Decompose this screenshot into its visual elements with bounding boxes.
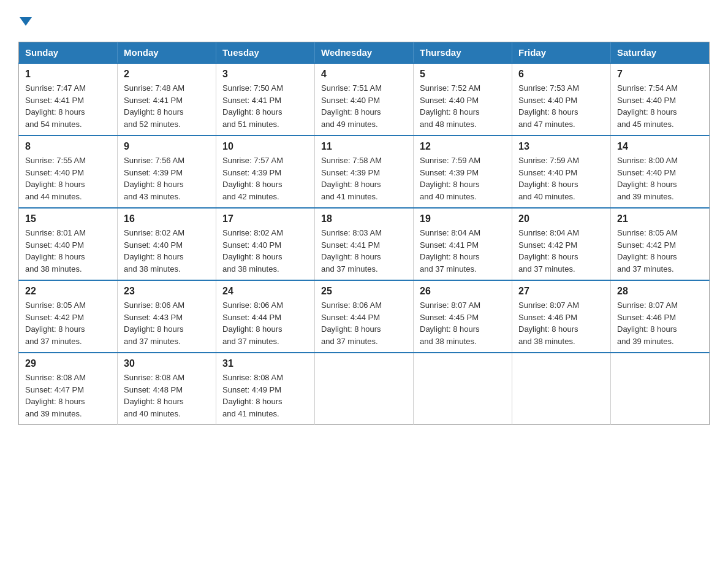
- day-number: 2: [124, 69, 210, 80]
- calendar-cell: 14 Sunrise: 8:00 AMSunset: 4:40 PMDaylig…: [611, 136, 710, 208]
- day-number: 27: [518, 286, 604, 297]
- weekday-header-saturday: Saturday: [611, 42, 710, 64]
- calendar-week-row: 15 Sunrise: 8:01 AMSunset: 4:40 PMDaylig…: [19, 208, 710, 280]
- day-info: Sunrise: 8:05 AMSunset: 4:42 PMDaylight:…: [25, 299, 111, 347]
- day-info: Sunrise: 8:02 AMSunset: 4:40 PMDaylight:…: [222, 227, 308, 275]
- day-info: Sunrise: 8:06 AMSunset: 4:44 PMDaylight:…: [321, 299, 407, 347]
- day-number: 11: [321, 141, 407, 152]
- calendar-cell: 28 Sunrise: 8:07 AMSunset: 4:46 PMDaylig…: [611, 280, 710, 353]
- calendar-cell: 31 Sunrise: 8:08 AMSunset: 4:49 PMDaylig…: [216, 353, 315, 425]
- day-number: 6: [518, 69, 604, 80]
- logo-triangle-icon: [20, 17, 32, 26]
- day-number: 7: [617, 69, 703, 80]
- day-number: 10: [222, 141, 308, 152]
- day-info: Sunrise: 8:02 AMSunset: 4:40 PMDaylight:…: [124, 227, 210, 275]
- calendar-cell: [611, 353, 710, 425]
- day-number: 19: [420, 213, 506, 224]
- calendar-cell: 7 Sunrise: 7:54 AMSunset: 4:40 PMDayligh…: [611, 63, 710, 136]
- calendar-cell: 24 Sunrise: 8:06 AMSunset: 4:44 PMDaylig…: [216, 280, 315, 353]
- calendar-cell: 18 Sunrise: 8:03 AMSunset: 4:41 PMDaylig…: [315, 208, 414, 280]
- calendar-cell: 8 Sunrise: 7:55 AMSunset: 4:40 PMDayligh…: [19, 136, 118, 208]
- day-info: Sunrise: 7:47 AMSunset: 4:41 PMDaylight:…: [25, 82, 111, 130]
- calendar-cell: 22 Sunrise: 8:05 AMSunset: 4:42 PMDaylig…: [19, 280, 118, 353]
- day-number: 17: [222, 213, 308, 224]
- calendar-cell: 20 Sunrise: 8:04 AMSunset: 4:42 PMDaylig…: [512, 208, 611, 280]
- day-info: Sunrise: 8:05 AMSunset: 4:42 PMDaylight:…: [617, 227, 703, 275]
- day-number: 13: [518, 141, 604, 152]
- weekday-header-thursday: Thursday: [414, 42, 512, 64]
- calendar-cell: [512, 353, 611, 425]
- weekday-header-row: SundayMondayTuesdayWednesdayThursdayFrid…: [19, 42, 710, 64]
- calendar-cell: 21 Sunrise: 8:05 AMSunset: 4:42 PMDaylig…: [611, 208, 710, 280]
- day-number: 28: [617, 286, 703, 297]
- calendar-cell: 11 Sunrise: 7:58 AMSunset: 4:39 PMDaylig…: [315, 136, 414, 208]
- day-info: Sunrise: 8:04 AMSunset: 4:42 PMDaylight:…: [518, 227, 604, 275]
- day-number: 4: [321, 69, 407, 80]
- day-info: Sunrise: 7:58 AMSunset: 4:39 PMDaylight:…: [321, 155, 407, 202]
- calendar-cell: 5 Sunrise: 7:52 AMSunset: 4:40 PMDayligh…: [414, 63, 512, 136]
- day-number: 5: [420, 69, 506, 80]
- day-number: 16: [124, 213, 210, 224]
- day-info: Sunrise: 8:06 AMSunset: 4:44 PMDaylight:…: [222, 299, 308, 347]
- day-info: Sunrise: 8:03 AMSunset: 4:41 PMDaylight:…: [321, 227, 407, 275]
- day-number: 30: [124, 358, 210, 369]
- day-info: Sunrise: 8:04 AMSunset: 4:41 PMDaylight:…: [420, 227, 506, 275]
- day-number: 25: [321, 286, 407, 297]
- day-info: Sunrise: 8:08 AMSunset: 4:48 PMDaylight:…: [124, 372, 210, 419]
- day-number: 1: [25, 69, 111, 80]
- calendar-cell: 19 Sunrise: 8:04 AMSunset: 4:41 PMDaylig…: [414, 208, 512, 280]
- weekday-header-sunday: Sunday: [19, 42, 118, 64]
- day-number: 31: [222, 358, 308, 369]
- weekday-header-wednesday: Wednesday: [315, 42, 414, 64]
- calendar-cell: 3 Sunrise: 7:50 AMSunset: 4:41 PMDayligh…: [216, 63, 315, 136]
- day-number: 21: [617, 213, 703, 224]
- day-number: 9: [124, 141, 210, 152]
- day-number: 24: [222, 286, 308, 297]
- calendar-cell: 12 Sunrise: 7:59 AMSunset: 4:39 PMDaylig…: [414, 136, 512, 208]
- calendar-week-row: 22 Sunrise: 8:05 AMSunset: 4:42 PMDaylig…: [19, 280, 710, 353]
- day-number: 20: [518, 213, 604, 224]
- day-info: Sunrise: 7:53 AMSunset: 4:40 PMDaylight:…: [518, 82, 604, 130]
- day-info: Sunrise: 7:51 AMSunset: 4:40 PMDaylight:…: [321, 82, 407, 130]
- day-info: Sunrise: 8:07 AMSunset: 4:45 PMDaylight:…: [420, 299, 506, 347]
- calendar-cell: 17 Sunrise: 8:02 AMSunset: 4:40 PMDaylig…: [216, 208, 315, 280]
- calendar-cell: [414, 353, 512, 425]
- weekday-header-friday: Friday: [512, 42, 611, 64]
- day-info: Sunrise: 7:54 AMSunset: 4:40 PMDaylight:…: [617, 82, 703, 130]
- day-number: 8: [25, 141, 111, 152]
- calendar-cell: 30 Sunrise: 8:08 AMSunset: 4:48 PMDaylig…: [118, 353, 216, 425]
- day-number: 15: [25, 213, 111, 224]
- calendar-cell: 27 Sunrise: 8:07 AMSunset: 4:46 PMDaylig…: [512, 280, 611, 353]
- day-number: 14: [617, 141, 703, 152]
- day-info: Sunrise: 7:50 AMSunset: 4:41 PMDaylight:…: [222, 82, 308, 130]
- calendar-week-row: 1 Sunrise: 7:47 AMSunset: 4:41 PMDayligh…: [19, 63, 710, 136]
- logo: [18, 12, 32, 29]
- page-header: [18, 12, 710, 29]
- day-info: Sunrise: 7:56 AMSunset: 4:39 PMDaylight:…: [124, 155, 210, 202]
- calendar-cell: 10 Sunrise: 7:57 AMSunset: 4:39 PMDaylig…: [216, 136, 315, 208]
- day-number: 3: [222, 69, 308, 80]
- calendar-cell: 6 Sunrise: 7:53 AMSunset: 4:40 PMDayligh…: [512, 63, 611, 136]
- day-number: 23: [124, 286, 210, 297]
- calendar-cell: 26 Sunrise: 8:07 AMSunset: 4:45 PMDaylig…: [414, 280, 512, 353]
- day-number: 26: [420, 286, 506, 297]
- weekday-header-tuesday: Tuesday: [216, 42, 315, 64]
- day-info: Sunrise: 7:48 AMSunset: 4:41 PMDaylight:…: [124, 82, 210, 130]
- day-number: 12: [420, 141, 506, 152]
- calendar-cell: 15 Sunrise: 8:01 AMSunset: 4:40 PMDaylig…: [19, 208, 118, 280]
- day-info: Sunrise: 7:52 AMSunset: 4:40 PMDaylight:…: [420, 82, 506, 130]
- calendar-cell: 25 Sunrise: 8:06 AMSunset: 4:44 PMDaylig…: [315, 280, 414, 353]
- day-info: Sunrise: 7:59 AMSunset: 4:39 PMDaylight:…: [420, 155, 506, 202]
- day-info: Sunrise: 7:55 AMSunset: 4:40 PMDaylight:…: [25, 155, 111, 202]
- calendar-table: SundayMondayTuesdayWednesdayThursdayFrid…: [18, 42, 710, 425]
- weekday-header-monday: Monday: [118, 42, 216, 64]
- calendar-cell: 9 Sunrise: 7:56 AMSunset: 4:39 PMDayligh…: [118, 136, 216, 208]
- calendar-cell: 23 Sunrise: 8:06 AMSunset: 4:43 PMDaylig…: [118, 280, 216, 353]
- day-number: 29: [25, 358, 111, 369]
- calendar-cell: 2 Sunrise: 7:48 AMSunset: 4:41 PMDayligh…: [118, 63, 216, 136]
- calendar-cell: [315, 353, 414, 425]
- calendar-week-row: 29 Sunrise: 8:08 AMSunset: 4:47 PMDaylig…: [19, 353, 710, 425]
- day-info: Sunrise: 7:57 AMSunset: 4:39 PMDaylight:…: [222, 155, 308, 202]
- calendar-cell: 13 Sunrise: 7:59 AMSunset: 4:40 PMDaylig…: [512, 136, 611, 208]
- day-info: Sunrise: 8:06 AMSunset: 4:43 PMDaylight:…: [124, 299, 210, 347]
